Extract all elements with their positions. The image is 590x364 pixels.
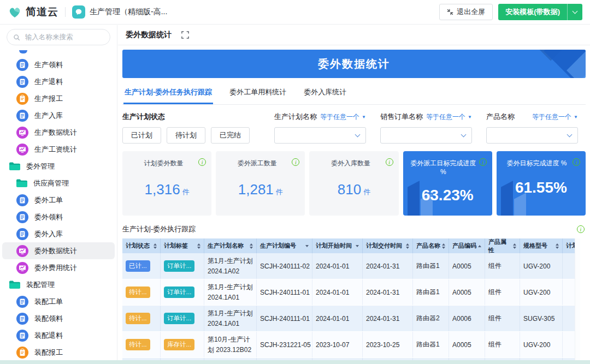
sidebar-item-label: 装配领料 [34, 314, 63, 324]
cell-plan-name: 第1月-生产计划 2024.1A02 [204, 253, 257, 279]
sidebar-item-production-report[interactable]: 生产报工 [2, 90, 115, 107]
product-name-select[interactable] [486, 127, 578, 144]
col-header-product-code[interactable]: 产品编码 [449, 238, 485, 253]
col-header-plan-tag[interactable]: 计划标签 [161, 238, 204, 253]
cell-plan-tag: 订单计... [161, 253, 204, 279]
info-icon[interactable] [577, 225, 585, 233]
col-header-spec-model[interactable]: 规格型号 [520, 238, 563, 253]
sidebar-item-assembly-workorder[interactable]: 装配工单 [2, 293, 115, 310]
sidebar-search[interactable] [7, 29, 110, 45]
col-header-due-date[interactable]: 计划交付时间 [363, 238, 413, 253]
sidebar-item-assembly-picking[interactable]: 装配领料 [2, 310, 115, 327]
caret-down-icon: ▼ [574, 115, 578, 120]
sidebar-item-assembly-return[interactable]: 装配退料 [2, 327, 115, 344]
filter-plan-status: 生产计划状态 已计划 待计划 已完结 [122, 112, 260, 144]
sort-icon[interactable] [511, 243, 516, 249]
sort-icon[interactable] [196, 243, 200, 249]
chevron-down-icon [567, 132, 573, 138]
main-content: 委外数据统计 委外数据统计 生产计划-委外任务执行跟踪 委外工单用料统计 委外入… [118, 25, 590, 360]
filter-label: 产品名称 [486, 112, 515, 122]
status-filter-finished[interactable]: 已完结 [211, 127, 250, 144]
col-header-plan-name[interactable]: 生产计划名称 [204, 238, 257, 253]
table-row[interactable]: 待计... 库存计... 第10月-生产计划 2023.12B02 SCJH-2… [122, 332, 575, 358]
jiandaoyun-logo[interactable]: 简道云 [8, 5, 58, 19]
info-icon[interactable] [479, 158, 487, 166]
sidebar-item-outsourcing-picking[interactable]: 委外领料 [2, 208, 115, 225]
table-row[interactable]: 待计... 订单计... 第1月-生产计划 2024.1A01 SCJH-240… [122, 306, 575, 332]
tab-plan-tracking[interactable]: 生产计划-委外任务执行跟踪 [123, 80, 213, 104]
sidebar-folder-assembly[interactable]: 装配管理 [2, 276, 115, 293]
sort-icon[interactable] [304, 245, 309, 247]
stat-value: 1,316 [145, 181, 180, 198]
stat-unit: 件 [363, 188, 370, 196]
col-header-product-name[interactable]: 产品名称 [413, 238, 449, 253]
document-icon [16, 296, 28, 308]
sort-icon[interactable] [554, 243, 559, 249]
dashboard-banner: 委外数据统计 [122, 50, 586, 78]
sidebar-item-production-stats[interactable]: 生产数据统计 [2, 124, 115, 141]
filter-bar: 生产计划状态 已计划 待计划 已完结 生产计划名称 等于任意一个▼ 销售订单名称… [122, 112, 586, 144]
sort-icon[interactable] [152, 243, 157, 249]
exit-fullscreen-button[interactable]: 退出全屏 [439, 4, 493, 20]
sidebar-item-outsourcing-workorder[interactable]: 委外工单 [2, 192, 115, 208]
info-icon[interactable] [573, 158, 580, 166]
chart-monitor-icon [16, 144, 28, 156]
cell-product-code: A0006 [449, 306, 485, 331]
sort-icon[interactable] [440, 243, 445, 249]
document-icon [16, 194, 28, 206]
search-input[interactable] [24, 33, 114, 41]
sort-icon[interactable] [476, 245, 481, 247]
col-header-product-attr[interactable]: 产品属性 [485, 238, 520, 253]
sidebar-item-assembly-report[interactable]: 装配报工 [2, 344, 115, 360]
sidebar-item-label: 委外管理 [26, 162, 55, 171]
stat-unit: 件 [182, 188, 190, 196]
document-icon [16, 211, 28, 223]
sidebar-folder-outsourcing[interactable]: 委外管理 [2, 158, 115, 175]
tab-inbound-stats[interactable]: 委外入库统计 [303, 80, 347, 104]
sidebar-item-outsourcing-inbound[interactable]: 委外入库 [2, 225, 115, 242]
filter-operator-link[interactable]: 等于任意一个▼ [426, 112, 472, 122]
table-scrollbar[interactable] [575, 238, 580, 360]
status-filter-pending[interactable]: 待计划 [167, 127, 205, 144]
plan-name-select[interactable] [274, 127, 366, 144]
brand-name: 简道云 [26, 5, 58, 19]
filter-operator-link[interactable]: 等于任意一个▼ [320, 112, 366, 122]
sort-icon[interactable] [354, 245, 359, 247]
folder-icon [9, 281, 20, 289]
table-row[interactable]: 已计... 订单计... 第1月-生产计划 2024.1A02 SCJH-240… [122, 253, 575, 279]
chevron-down-icon [355, 132, 361, 138]
sidebar-item-label: 供应商管理 [33, 178, 69, 188]
cell-plan-status: 待计... [122, 279, 161, 305]
app-tab[interactable]: 生产管理（精细版-高... [72, 5, 167, 19]
sidebar-item-production-picking[interactable]: 生产领料 [2, 56, 115, 73]
cell-plan-code: SCJH-240111-01 [257, 279, 312, 305]
col-header-plan-code[interactable]: 生产计划编号 [257, 238, 312, 253]
install-template-button[interactable]: 安装模板(带数据) [498, 4, 582, 20]
sidebar-folder-suppliers[interactable]: 供应商管理 [2, 175, 115, 192]
sidebar-item-outsourcing-cost-stats[interactable]: 委外费用统计 [2, 259, 115, 276]
table-row[interactable]: 待计... 订单计... 第1月-生产计划 2024.1A01 SCJH-240… [122, 279, 575, 306]
sidebar-item-production-inbound[interactable]: 生产入库 [2, 107, 115, 124]
col-header-clipped[interactable]: 计划 [563, 238, 575, 253]
cell-product-name: 路由器2 [413, 306, 449, 331]
sidebar-item-label: 生产领料 [34, 60, 63, 70]
cell-plan-name: 第1月-生产计划 2024.1A01 [204, 279, 257, 305]
tab-workorder-material-stats[interactable]: 委外工单用料统计 [228, 80, 287, 104]
sidebar-item-outsourcing-stats[interactable]: 委外数据统计 [2, 242, 115, 259]
filter-operator-link[interactable]: 等于任意一个▼ [532, 112, 578, 122]
stat-card-dispatch-progress: 委外派工目标完成进度 % 63.23% [403, 151, 492, 216]
install-dropdown-button[interactable] [568, 4, 582, 20]
col-header-start-date[interactable]: 计划开始时间 [312, 238, 363, 253]
cell-start-date: 2024-01-01 [312, 279, 363, 305]
sort-icon[interactable] [248, 243, 253, 249]
sales-order-select[interactable] [380, 127, 472, 144]
col-header-plan-status[interactable]: 计划状态 [122, 238, 161, 253]
info-icon[interactable] [386, 158, 393, 166]
cell-clipped [563, 332, 575, 357]
sort-icon[interactable] [404, 243, 409, 249]
sidebar-item-production-wage-stats[interactable]: 生产工资统计 [2, 141, 115, 158]
expand-fullscreen-button[interactable] [181, 31, 189, 39]
status-filter-planned[interactable]: 已计划 [122, 127, 161, 144]
app-title: 生产管理（精细版-高... [90, 7, 167, 17]
sidebar-item-production-return[interactable]: 生产退料 [2, 73, 115, 90]
